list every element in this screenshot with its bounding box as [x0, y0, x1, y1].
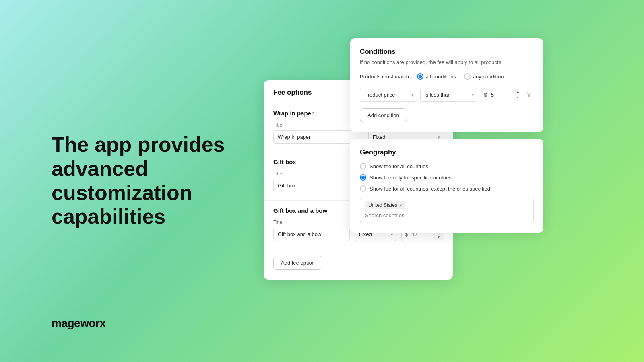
- geo-label-specific: Show fee only for specific countries: [369, 175, 452, 181]
- cond-spinners: ▲ ▼: [514, 89, 519, 101]
- left-section: The app provides advanced customization …: [52, 133, 245, 229]
- cond-spinner-up[interactable]: ▲: [514, 89, 519, 95]
- geo-radio-all-circle: [360, 163, 366, 169]
- geo-option-except[interactable]: Show fee for all countries, except the o…: [360, 185, 534, 192]
- radio-group-match: all conditions any condition: [417, 73, 504, 80]
- condition-row-1: Product price Product quantity Product w…: [360, 88, 534, 102]
- fee-item-title-giftbox: Gift box: [273, 158, 296, 165]
- country-tag-label-us: United States: [368, 202, 397, 208]
- geography-panel: Geography Show fee for all countries Sho…: [350, 139, 543, 233]
- spinner-down-giftboxbow[interactable]: ▼: [435, 234, 443, 240]
- cond-field-select[interactable]: Product price Product quantity Product w…: [360, 88, 417, 102]
- delete-condition-button[interactable]: 🗑: [522, 90, 534, 100]
- geo-radio-except-circle: [360, 185, 366, 192]
- search-countries-input[interactable]: [365, 212, 528, 218]
- title-input-giftboxbow[interactable]: [273, 228, 350, 241]
- title-label-giftboxbow: Title: [273, 220, 350, 225]
- geo-label-except: Show fee for all countries, except the o…: [369, 186, 490, 192]
- country-tag-us: United States ×: [365, 201, 405, 209]
- radio-all-conditions-label: all conditions: [426, 74, 456, 80]
- cond-spinner-down[interactable]: ▼: [514, 95, 519, 101]
- geo-radio-specific-circle: [360, 174, 366, 181]
- conditions-panel: Conditions If no conditions are provided…: [350, 38, 543, 132]
- conditions-title: Conditions: [360, 48, 534, 56]
- title-input-wrap[interactable]: [273, 130, 363, 144]
- radio-all-conditions-circle: [417, 73, 423, 80]
- fee-item-title-wrap: Wrap in paper: [273, 110, 314, 117]
- radio-any-condition[interactable]: any condition: [464, 73, 504, 80]
- countries-input-box: United States ×: [360, 197, 534, 223]
- radio-any-condition-circle: [464, 73, 471, 80]
- add-fee-option-button[interactable]: Add fee option: [273, 256, 322, 270]
- cond-value-input[interactable]: [489, 88, 514, 101]
- conditions-description: If no conditions are provided, the fee w…: [360, 59, 534, 65]
- geo-label-all: Show fee for all countries: [369, 163, 428, 169]
- cond-value-wrapper: $ ▲ ▼: [481, 88, 520, 101]
- radio-all-conditions[interactable]: all conditions: [417, 73, 456, 80]
- geo-option-specific[interactable]: Show fee only for specific countries: [360, 174, 534, 181]
- radio-any-condition-label: any condition: [473, 74, 504, 80]
- match-row: Products must match: all conditions any …: [360, 73, 534, 80]
- match-label: Products must match:: [360, 74, 411, 80]
- brand-logo: mageworx: [52, 317, 106, 330]
- geo-option-all[interactable]: Show fee for all countries: [360, 163, 534, 169]
- fee-item-title-giftboxbow: Gift box and a bow: [273, 207, 327, 214]
- cond-currency-symbol: $: [481, 92, 489, 98]
- headline: The app provides advanced customization …: [52, 133, 245, 229]
- remove-tag-us[interactable]: ×: [399, 202, 402, 208]
- add-condition-button[interactable]: Add condition: [360, 108, 407, 122]
- form-group-title-giftboxbow: Title: [273, 220, 350, 241]
- tag-row: United States ×: [365, 201, 528, 209]
- geography-title: Geography: [360, 148, 534, 156]
- cond-operator-select[interactable]: is less than is greater than equals: [420, 88, 477, 102]
- cond-operator-wrapper: is less than is greater than equals ▾: [420, 88, 477, 102]
- cond-field-wrapper: Product price Product quantity Product w…: [360, 88, 417, 102]
